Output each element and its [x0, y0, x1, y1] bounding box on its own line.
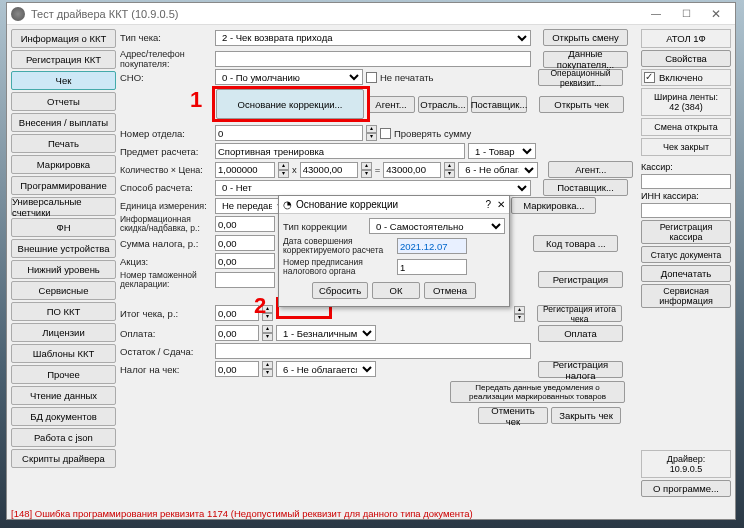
label-akciz: Акциз:: [120, 256, 212, 267]
servis-button[interactable]: Сервисная информация: [641, 284, 731, 308]
sidebar-item-16[interactable]: Прочее: [11, 365, 116, 384]
dopechatat-button[interactable]: Допечатать: [641, 265, 731, 282]
modal-help-icon[interactable]: ?: [485, 199, 491, 210]
sidebar-item-11[interactable]: Нижний уровень: [11, 260, 116, 279]
label-nomer-pred: Номер предписания налогового органа: [283, 258, 393, 276]
sidebar-item-9[interactable]: ФН: [11, 218, 116, 237]
spin-down[interactable]: ▾: [366, 133, 377, 141]
sidebar-item-12[interactable]: Сервисные: [11, 281, 116, 300]
sposob-select[interactable]: 0 - Нет: [215, 180, 531, 196]
label-adres: Адрес/телефон покупателя:: [120, 49, 212, 69]
sidebar-item-7[interactable]: Программирование: [11, 176, 116, 195]
reg-naloga-button[interactable]: Регистрация налога: [538, 361, 623, 378]
sidebar-item-4[interactable]: Внесения / выплаты: [11, 113, 116, 132]
nalog-chek-type-select[interactable]: 6 - Не облагается: [276, 361, 376, 377]
kod-tovara-button[interactable]: Код товара ...: [533, 235, 618, 252]
sidebar-item-15[interactable]: Шаблоны ККТ: [11, 344, 116, 363]
adres-input[interactable]: [215, 51, 531, 67]
registratsiya-button[interactable]: Регистрация: [538, 271, 623, 288]
summa-naloga-input[interactable]: [215, 235, 275, 251]
sidebar-item-8[interactable]: Универсальные счетчики: [11, 197, 116, 216]
label-sno: СНО:: [120, 72, 212, 83]
oper-rekvizit-button[interactable]: Операционный реквизит...: [538, 69, 623, 86]
ok-button[interactable]: ОК: [372, 282, 420, 299]
zakryt-chek-button[interactable]: Закрыть чек: [551, 407, 621, 424]
predmet-input[interactable]: [215, 143, 465, 159]
reg-kassira-button[interactable]: Регистрация кассира: [641, 220, 731, 244]
tovar-type-select[interactable]: 1 - Товар: [468, 143, 536, 159]
label-nomer-otdela: Номер отдела:: [120, 128, 212, 139]
inn-input[interactable]: [641, 203, 731, 218]
kolvo-input[interactable]: [215, 162, 275, 178]
nomer-otdela-input[interactable]: [215, 125, 363, 141]
sidebar-item-5[interactable]: Печать: [11, 134, 116, 153]
open-smena-button[interactable]: Открыть смену: [543, 29, 628, 46]
nalog-chek-input[interactable]: [215, 361, 259, 377]
correction-modal: ◔ Основание коррекции ? ✕ Тип коррекции …: [278, 195, 510, 307]
sidebar-item-6[interactable]: Маркировка: [11, 155, 116, 174]
tip-cheka-select[interactable]: 2 - Чек возврата прихода: [215, 30, 531, 46]
postav-side-button[interactable]: Поставщик...: [543, 179, 628, 196]
infoskidka-input[interactable]: [215, 216, 275, 232]
osnovanie-korrekcii-button[interactable]: Основание коррекции...: [216, 89, 364, 119]
status-doc-button[interactable]: Статус документа: [641, 246, 731, 263]
label-driver: Драйвер:: [645, 454, 727, 464]
sidebar-item-1[interactable]: Регистрация ККТ: [11, 50, 116, 69]
label-kolvo: Количество × Цена:: [120, 165, 212, 175]
smena-status: Смена открыта: [641, 118, 731, 136]
kassir-input[interactable]: [641, 174, 731, 189]
open-chek-button[interactable]: Открыть чек: [539, 96, 624, 113]
sidebar-item-17[interactable]: Чтение данных: [11, 386, 116, 405]
minimize-button[interactable]: —: [641, 4, 671, 24]
oplata-button[interactable]: Оплата: [538, 325, 623, 342]
date-input[interactable]: [397, 238, 467, 254]
sidebar-item-14[interactable]: Лицензии: [11, 323, 116, 342]
maximize-button[interactable]: ☐: [671, 4, 701, 24]
about-button[interactable]: О программе...: [641, 480, 731, 497]
label-proveryat: Проверять сумму: [394, 128, 471, 139]
sidebar-item-13[interactable]: ПО ККТ: [11, 302, 116, 321]
sidebar-item-19[interactable]: Работа с json: [11, 428, 116, 447]
spin-up[interactable]: ▴: [366, 125, 377, 133]
agent-side-button[interactable]: Агент...: [548, 161, 633, 178]
nomer-pred-input[interactable]: [397, 259, 467, 275]
modal-titlebar: ◔ Основание коррекции ? ✕: [279, 196, 509, 214]
akciz-input[interactable]: [215, 253, 275, 269]
price-input[interactable]: [300, 162, 358, 178]
sbrosit-button[interactable]: Сбросить: [312, 282, 368, 299]
sidebar-item-20[interactable]: Скрипты драйвера: [11, 449, 116, 468]
otmena-button[interactable]: Отмена: [424, 282, 476, 299]
close-button[interactable]: ✕: [701, 4, 731, 24]
modal-close-icon[interactable]: ✕: [497, 199, 505, 210]
sidebar-item-10[interactable]: Внешние устройства: [11, 239, 116, 258]
vkl-checkbox[interactable]: [644, 72, 655, 83]
sidebar-item-0[interactable]: Информация о ККТ: [11, 29, 116, 48]
label-tamozh: Номер таможенной декларации:: [120, 271, 212, 289]
tip-kor-select[interactable]: 0 - Самостоятельно: [369, 218, 505, 234]
otmenit-chek-button[interactable]: Отменить чек: [478, 407, 548, 424]
tamozh-input[interactable]: [215, 272, 275, 288]
itog-input[interactable]: [215, 305, 259, 321]
oplata-type-select[interactable]: 1 - Безналичными: [276, 325, 376, 341]
proveryat-checkbox[interactable]: [380, 128, 391, 139]
label-itog: Итог чека, р.:: [120, 308, 212, 319]
nalog-type-select[interactable]: 6 - Не облагается: [458, 162, 538, 178]
reg-itoga-button[interactable]: Регистрация итога чека: [537, 305, 622, 322]
postavshik-button[interactable]: Поставщик...: [471, 96, 527, 113]
sidebar-item-2[interactable]: Чек: [11, 71, 116, 90]
svoystva-button[interactable]: Свойства: [641, 50, 731, 67]
oplata-input[interactable]: [215, 325, 259, 341]
dannye-button[interactable]: Данные покупателя...: [543, 51, 628, 68]
sno-select[interactable]: 0 - По умолчанию: [215, 69, 363, 85]
sidebar-item-18[interactable]: БД документов: [11, 407, 116, 426]
label-tip-cheka: Тип чека:: [120, 32, 212, 43]
agent-button[interactable]: Агент...: [367, 96, 415, 113]
label-eq: =: [375, 164, 381, 175]
otrasl-button[interactable]: Отрасль...: [418, 96, 468, 113]
sidebar-item-3[interactable]: Отчеты: [11, 92, 116, 111]
total-input[interactable]: [383, 162, 441, 178]
mark-side-button[interactable]: Маркировка...: [511, 197, 596, 214]
peredat-button[interactable]: Передать данные уведомления о реализации…: [450, 381, 625, 403]
ostatok-input[interactable]: [215, 343, 531, 359]
ne-pechat-checkbox[interactable]: [366, 72, 377, 83]
